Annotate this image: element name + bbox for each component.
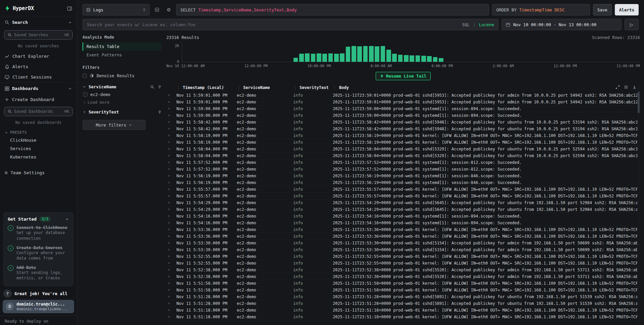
run-query-button[interactable]: ▷	[625, 19, 639, 30]
row-expand-chevron[interactable]: >	[166, 93, 176, 97]
source-settings-gear-icon[interactable]: ⚙	[164, 5, 173, 14]
row-expand-chevron[interactable]: >	[166, 174, 176, 178]
table-row[interactable]: > Nov 11 5:58:04.000 PM ec2-demo info 20…	[166, 152, 640, 159]
row-expand-chevron[interactable]: >	[166, 248, 176, 251]
help-button[interactable]: ?	[3, 289, 12, 298]
facet-pin-icon[interactable]	[158, 85, 162, 89]
sidebar-item-client-sessions[interactable]: Client Sessions	[0, 72, 77, 82]
row-expand-chevron[interactable]: >	[166, 113, 176, 117]
histogram-bar[interactable]	[381, 46, 385, 62]
team-settings-button[interactable]: ⚙ Team Settings	[0, 167, 77, 178]
denoise-results-checkbox[interactable]: Denoise Results	[83, 73, 162, 80]
col-header-servicename[interactable]: ⋮ServiceName	[237, 85, 293, 90]
scrollbar-thumb[interactable]	[638, 92, 640, 113]
source-select[interactable]: Logs	[83, 4, 150, 15]
table-row[interactable]: > Nov 11 5:58:19.000 PM ec2-demo info 20…	[166, 132, 640, 139]
table-row[interactable]: > Nov 11 5:53:36.000 PM ec2-demo info 20…	[166, 233, 640, 240]
row-expand-chevron[interactable]: >	[166, 301, 176, 305]
sql-select-editor[interactable]: SELECT Timestamp,ServiceName,SeverityTex…	[176, 4, 489, 15]
table-row[interactable]: > Nov 11 5:54:29.000 PM ec2-demo info 20…	[166, 206, 640, 213]
histogram-bar[interactable]	[352, 46, 356, 62]
row-expand-chevron[interactable]: >	[166, 228, 176, 231]
table-row[interactable]: > Nov 11 5:56:19.000 PM ec2-demo info 20…	[166, 179, 640, 186]
table-row[interactable]: > Nov 11 5:59:01.000 PM ec2-demo info 20…	[166, 92, 640, 99]
facet-severitytext-toggle[interactable]: SeverityText	[83, 109, 162, 114]
table-row[interactable]: > Nov 11 5:58:42.000 PM ec2-demo info 20…	[166, 126, 640, 132]
table-row[interactable]: > Nov 11 5:59:00.000 PM ec2-demo info 20…	[166, 112, 640, 119]
row-expand-chevron[interactable]: >	[166, 147, 176, 151]
row-expand-chevron[interactable]: >	[166, 234, 176, 238]
histogram-bar[interactable]	[427, 56, 432, 62]
histogram-bar[interactable]	[375, 46, 379, 62]
row-expand-chevron[interactable]: >	[166, 288, 176, 292]
col-header-severitytext[interactable]: ⋮SeverityText	[293, 85, 333, 90]
row-expand-chevron[interactable]: >	[166, 281, 176, 285]
table-row[interactable]: > Nov 11 5:53:30.000 PM ec2-demo info 20…	[166, 246, 640, 253]
table-row[interactable]: > Nov 11 5:52:38.000 PM ec2-demo info 20…	[166, 273, 640, 280]
table-row[interactable]: > Nov 11 5:57:52.000 PM ec2-demo info 20…	[166, 159, 640, 166]
column-resize-handle[interactable]: ⋮	[333, 85, 337, 90]
search-input[interactable]: Search your events w/ Lucene ex. column:…	[83, 19, 498, 30]
row-expand-chevron[interactable]: >	[166, 140, 176, 144]
histogram-bar[interactable]	[439, 58, 443, 62]
row-expand-chevron[interactable]: >	[166, 315, 176, 319]
chevron-up-icon[interactable]	[65, 217, 69, 221]
histogram-plot[interactable]	[182, 43, 640, 62]
table-row[interactable]: > Nov 11 5:54:16.000 PM ec2-demo info 20…	[166, 220, 640, 226]
histogram-bar[interactable]	[328, 53, 333, 62]
histogram-bar[interactable]	[363, 46, 368, 62]
histogram-bar[interactable]	[398, 55, 403, 62]
facet-value-ec2-demo[interactable]: ec2-demo	[83, 89, 162, 98]
column-resize-handle[interactable]: ⋮	[293, 85, 297, 90]
row-expand-chevron[interactable]: >	[166, 100, 176, 104]
row-expand-chevron[interactable]: >	[166, 261, 176, 265]
row-expand-chevron[interactable]: >	[166, 241, 176, 245]
table-row[interactable]: > Nov 11 5:51:28.000 PM ec2-demo info 20…	[166, 300, 640, 307]
histogram-bar[interactable]	[357, 46, 362, 62]
row-expand-chevron[interactable]: >	[166, 194, 176, 198]
preset-item-services[interactable]: Services	[0, 144, 77, 153]
histogram-bar[interactable]	[293, 58, 298, 62]
row-expand-chevron[interactable]: >	[166, 187, 176, 191]
histogram-bar[interactable]	[421, 56, 426, 62]
table-row[interactable]: > Nov 11 5:58:04.000 PM ec2-demo info 20…	[166, 146, 640, 152]
table-row[interactable]: > Nov 11 5:51:28.000 PM ec2-demo info 20…	[166, 293, 640, 300]
row-expand-chevron[interactable]: >	[166, 154, 176, 157]
table-row[interactable]: > Nov 11 5:54:29.000 PM ec2-demo info 20…	[166, 199, 640, 206]
row-density-icon[interactable]	[624, 85, 628, 89]
histogram-bar[interactable]	[299, 54, 304, 62]
table-row[interactable]: > Nov 11 5:59:00.000 PM ec2-demo info 20…	[166, 105, 640, 112]
histogram-bar[interactable]	[340, 53, 344, 62]
expand-view-icon[interactable]	[615, 85, 620, 89]
table-row[interactable]: > Nov 11 5:52:55.000 PM ec2-demo info 20…	[166, 253, 640, 260]
histogram-bar[interactable]	[346, 47, 351, 62]
sidebar-collapse-icon[interactable]	[67, 6, 72, 11]
more-filters-button[interactable]: More filters	[83, 120, 146, 130]
save-button[interactable]: Save	[593, 4, 612, 15]
table-row[interactable]: > Nov 11 5:51:58.000 PM ec2-demo info 20…	[166, 287, 640, 293]
row-expand-chevron[interactable]: >	[166, 120, 176, 124]
table-row[interactable]: > Nov 11 5:56:19.000 PM ec2-demo info 20…	[166, 173, 640, 179]
table-row[interactable]: > Nov 11 5:58:19.000 PM ec2-demo info 20…	[166, 139, 640, 146]
row-expand-chevron[interactable]: >	[166, 254, 176, 258]
histogram-bar[interactable]	[305, 53, 310, 62]
get-started-step[interactable]: ✓ Connect to ClickHouse Set up your data…	[8, 225, 69, 241]
table-row[interactable]: > Nov 11 5:55:57.000 PM ec2-demo info 20…	[166, 186, 640, 193]
checkbox[interactable]	[83, 74, 87, 78]
histogram-bar[interactable]	[369, 46, 374, 62]
mode-lucene-toggle[interactable]: Lucene	[479, 22, 494, 27]
table-row[interactable]: > Nov 11 5:51:18.000 PM ec2-demo info 20…	[166, 314, 640, 320]
sidebar-section-dashboards[interactable]: Dashboards	[0, 82, 77, 94]
histogram-bar[interactable]	[317, 53, 321, 62]
table-row[interactable]: > Nov 11 5:58:42.000 PM ec2-demo info 20…	[166, 119, 640, 126]
table-row[interactable]: > Nov 11 5:54:16.000 PM ec2-demo info 20…	[166, 213, 640, 220]
facet-search-icon[interactable]	[150, 85, 154, 89]
user-menu[interactable]: D dominic.tran@clic... dominic.tran@clic…	[3, 300, 74, 313]
table-scrollbar[interactable]	[637, 84, 640, 325]
row-expand-chevron[interactable]: >	[166, 207, 176, 211]
load-more-button[interactable]: › Load more	[83, 98, 162, 105]
sidebar-item-alerts[interactable]: Alerts	[0, 61, 77, 72]
get-started-step[interactable]: ✓ Add Data Start sending logs, metrics, …	[8, 265, 69, 281]
col-header-body[interactable]: ⋮Body	[333, 85, 640, 90]
table-row[interactable]: > Nov 11 5:59:01.000 PM ec2-demo info 20…	[166, 99, 640, 105]
